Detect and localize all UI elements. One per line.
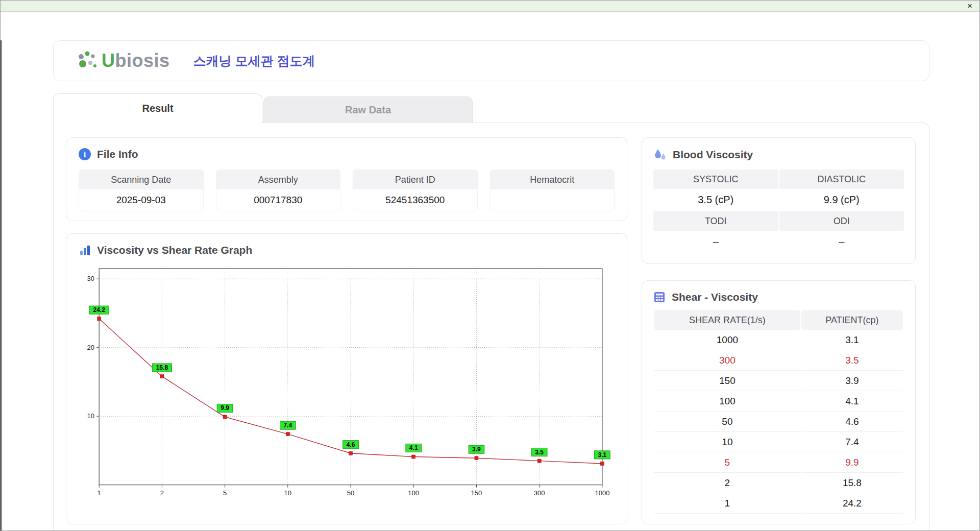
svg-text:9.9: 9.9	[220, 404, 229, 412]
svg-text:150: 150	[471, 489, 482, 497]
shear-table-row: 1004.1	[654, 391, 903, 412]
svg-text:10: 10	[284, 489, 292, 497]
shear-rate-cell: 100	[654, 391, 800, 412]
main-container: Ubiosis 스캐닝 모세관 점도계 Result Raw Data i Fi…	[53, 40, 929, 531]
shear-rate-cell: 2	[654, 473, 800, 493]
blood-viscosity-title: Blood Viscosity	[673, 149, 753, 161]
bv-label-systolic: SYSTOLIC	[653, 170, 778, 189]
field-label: Patient ID	[353, 170, 477, 189]
patient-cell: 4.1	[801, 391, 903, 412]
ubiosis-logo: Ubiosis	[76, 50, 170, 71]
shear-rate-cell: 150	[654, 371, 800, 391]
table-icon	[653, 291, 666, 303]
tab-raw-data[interactable]: Raw Data	[263, 96, 473, 123]
info-icon: i	[79, 148, 91, 160]
graph-header: Viscosity vs Shear Rate Graph	[79, 244, 615, 256]
title-bar: ×	[1, 1, 979, 12]
field-value: 2025-09-03	[79, 189, 203, 211]
bv-value-todi: –	[653, 231, 778, 253]
left-column: i File Info Scanning Date 2025-09-03 Ass…	[66, 137, 627, 524]
shear-rate-cell: 1	[654, 493, 800, 514]
shear-rate-column-header: SHEAR RATE(1/s)	[654, 310, 800, 330]
field-hematocrit: Hematocrit	[490, 170, 615, 211]
svg-text:300: 300	[534, 489, 545, 497]
logo-text: Ubiosis	[102, 52, 170, 70]
field-label: Assembly	[216, 170, 340, 189]
logo-letter-u: U	[102, 50, 115, 71]
content-card: i File Info Scanning Date 2025-09-03 Ass…	[53, 123, 929, 531]
shear-table-row: 124.2	[654, 493, 903, 514]
file-info-title: File Info	[97, 148, 138, 160]
shear-table-row: 504.6	[654, 412, 903, 432]
shear-table-row: 10003.1	[654, 330, 903, 350]
viscosity-chart: 1020301251050100150300100024.215.89.97.4…	[79, 262, 615, 502]
svg-text:24.2: 24.2	[93, 306, 105, 313]
tab-result[interactable]: Result	[53, 93, 262, 123]
svg-text:30: 30	[87, 275, 95, 282]
bv-label-todi: TODI	[653, 211, 778, 231]
svg-text:3.5: 3.5	[535, 449, 544, 456]
svg-text:3.9: 3.9	[472, 446, 481, 453]
blood-viscosity-card: Blood Viscosity SYSTOLIC DIASTOLIC 3.5 (…	[642, 137, 916, 264]
shear-table-head: SHEAR RATE(1/s) PATIENT(cp)	[654, 310, 903, 330]
shear-table-row: 1503.9	[654, 371, 903, 391]
shear-viscosity-title: Shear - Viscosity	[672, 291, 758, 303]
shear-table-header-row: SHEAR RATE(1/s) PATIENT(cp)	[654, 310, 903, 330]
svg-text:7.4: 7.4	[283, 422, 292, 429]
svg-text:1: 1	[97, 489, 101, 497]
svg-text:4.1: 4.1	[409, 444, 418, 451]
bv-label-odi: ODI	[779, 211, 904, 231]
logo-rest: biosis	[115, 50, 170, 71]
shear-table: SHEAR RATE(1/s) PATIENT(cp) 10003.13003.…	[653, 310, 904, 514]
close-button[interactable]: ×	[967, 2, 972, 10]
droplet-icon	[653, 148, 667, 161]
svg-text:10: 10	[87, 412, 95, 420]
patient-cell: 4.6	[801, 412, 903, 432]
svg-text:50: 50	[347, 489, 355, 497]
field-scanning-date: Scanning Date 2025-09-03	[79, 170, 204, 211]
page: Ubiosis 스캐닝 모세관 점도계 Result Raw Data i Fi…	[1, 40, 979, 531]
bv-value-diastolic: 9.9 (cP)	[779, 189, 904, 211]
file-info-fields: Scanning Date 2025-09-03 Assembly 000717…	[79, 170, 615, 211]
patient-cell: 7.4	[801, 432, 903, 452]
shear-table-row: 59.9	[654, 452, 903, 473]
svg-text:20: 20	[87, 344, 95, 351]
field-assembly: Assembly 000717830	[216, 170, 341, 211]
shear-table-body: 10003.13003.51503.91004.1504.6107.459.92…	[654, 330, 903, 514]
file-info-header: i File Info	[79, 148, 615, 160]
shear-rate-cell: 300	[654, 350, 800, 371]
graph-card: Viscosity vs Shear Rate Graph 1020301251…	[66, 233, 627, 524]
field-value: 52451363500	[353, 189, 477, 211]
shear-rate-cell: 10	[654, 432, 800, 452]
patient-cell: 3.5	[801, 350, 903, 371]
shear-viscosity-card: Shear - Viscosity SHEAR RATE(1/s) PATIEN…	[642, 280, 916, 524]
svg-text:100: 100	[408, 489, 419, 497]
right-column: Blood Viscosity SYSTOLIC DIASTOLIC 3.5 (…	[642, 137, 916, 524]
page-title: 스캐닝 모세관 점도계	[193, 53, 315, 69]
patient-cell: 9.9	[801, 452, 903, 473]
bv-value-systolic: 3.5 (cP)	[653, 189, 778, 211]
svg-text:4.6: 4.6	[347, 441, 355, 448]
patient-column-header: PATIENT(cp)	[801, 310, 903, 330]
field-patient-id: Patient ID 52451363500	[353, 170, 478, 211]
patient-cell: 3.9	[801, 371, 903, 391]
shear-rate-cell: 5	[654, 452, 800, 473]
bv-label-diastolic: DIASTOLIC	[779, 170, 904, 189]
shear-table-row: 215.8	[654, 473, 903, 493]
shear-viscosity-header: Shear - Viscosity	[653, 291, 904, 303]
blood-viscosity-grid: SYSTOLIC DIASTOLIC 3.5 (cP) 9.9 (cP) TOD…	[653, 170, 904, 253]
tab-bar: Result Raw Data	[53, 93, 929, 123]
shear-table-row: 3003.5	[654, 350, 903, 371]
bar-chart-icon	[79, 244, 91, 256]
svg-text:1000: 1000	[595, 489, 609, 497]
svg-text:2: 2	[160, 489, 164, 497]
bv-value-odi: –	[779, 231, 904, 253]
patient-cell: 3.1	[801, 330, 903, 350]
graph-title: Viscosity vs Shear Rate Graph	[97, 244, 252, 256]
shear-rate-cell: 50	[654, 412, 800, 432]
field-label: Hematocrit	[491, 170, 615, 189]
ubiosis-logo-icon	[76, 50, 100, 71]
svg-text:5: 5	[223, 489, 227, 497]
field-value: 000717830	[216, 189, 340, 211]
blood-viscosity-header: Blood Viscosity	[653, 148, 904, 161]
